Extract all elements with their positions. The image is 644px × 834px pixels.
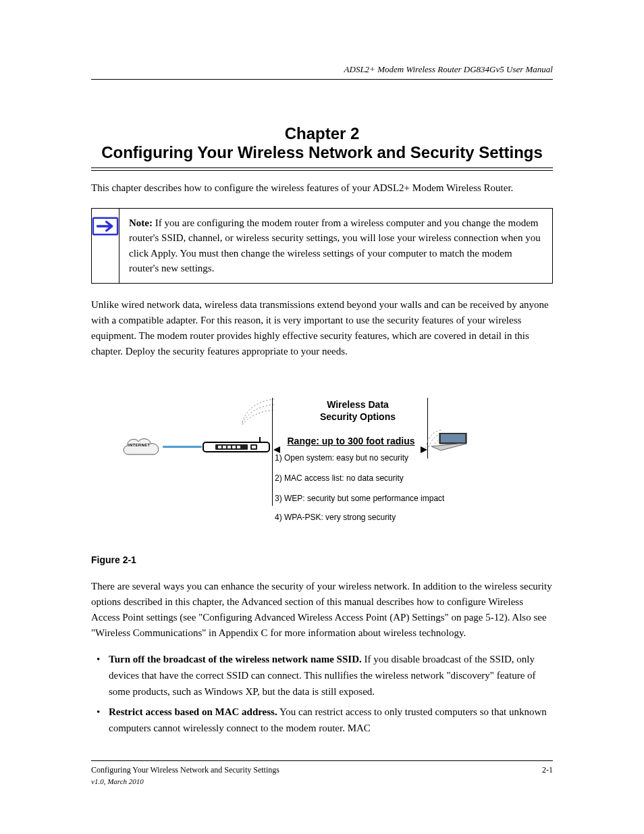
para2-text-c: for more information about wireless tech…: [268, 627, 466, 638]
svg-rect-9: [237, 446, 240, 448]
paragraph-1: Unlike wired network data, wireless data…: [91, 297, 553, 360]
bullet-1: Turn off the broadcast of the wireless n…: [95, 651, 553, 700]
figure-option-1: 1) Open system: easy but no security: [275, 453, 408, 463]
figure-option-4: 4) WPA-PSK: very strong security: [275, 513, 396, 522]
svg-rect-5: [218, 446, 221, 448]
internet-cloud-icon: [121, 436, 163, 460]
figure-2-1: INTERNET: [91, 380, 553, 549]
svg-rect-8: [232, 446, 236, 448]
note-text: Note: If you are configuring the modem r…: [119, 209, 552, 283]
footer-rule: [91, 760, 553, 761]
svg-rect-6: [223, 446, 226, 448]
chapter-title: Chapter 2 Configuring Your Wireless Netw…: [91, 124, 553, 162]
wireless-waves-icon: [238, 395, 279, 426]
laptop-icon: [431, 433, 468, 453]
router-icon: [202, 437, 271, 456]
para2-link-1[interactable]: "Configuring Advanced Wireless Access Po…: [198, 612, 504, 623]
header-right: ADSL2+ Modem Wireless Router DG834Gv5 Us…: [344, 64, 553, 75]
arrow-right-icon: [92, 217, 119, 236]
figure-title-line1: Wireless Data: [294, 399, 422, 410]
figure-title-line2: Security Options: [294, 411, 422, 422]
title-rule-1: [91, 167, 553, 168]
intro-paragraph: This chapter describes how to configure …: [91, 180, 553, 196]
para2-link-2[interactable]: "Wireless Communications" in Appendix C: [91, 627, 268, 638]
bullet-1-title: Turn off the broadcast of the wireless n…: [109, 654, 362, 664]
bullet-2-title: Restrict access based on MAC address.: [109, 706, 277, 717]
paragraph-2: There are several ways you can enhance t…: [91, 579, 553, 642]
note-icon-cell: [92, 209, 119, 283]
note-box: Note: If you are configuring the modem r…: [91, 208, 553, 284]
title-rule-2: [91, 170, 553, 171]
footer-left: Configuring Your Wireless Network and Se…: [91, 765, 279, 775]
figure-left-divider: [272, 398, 273, 506]
figure-range-label: Range: up to 300 foot radius: [280, 436, 422, 446]
header-rule: [91, 79, 553, 80]
bullet-list: Turn off the broadcast of the wireless n…: [91, 651, 553, 736]
figure-option-2: 2) MAC access list: no data security: [275, 473, 404, 483]
note-label: Note:: [129, 217, 153, 228]
footer-version: v1.0, March 2010: [91, 777, 553, 785]
figure-option-3: 3) WEP: security but some performance im…: [275, 494, 444, 503]
page-footer: Configuring Your Wireless Network and Se…: [91, 765, 553, 775]
para2-text-b: ). Also see: [504, 612, 547, 623]
arrow-left-icon: [273, 444, 280, 450]
footer-right: 2-1: [542, 765, 553, 775]
figure-caption: Figure 2-1: [91, 554, 553, 565]
note-body: If you are configuring the modem router …: [129, 217, 541, 274]
svg-rect-7: [227, 446, 231, 448]
bullet-2: Restrict access based on MAC address. Yo…: [95, 704, 553, 736]
cable-line: [163, 446, 202, 448]
page-header: ADSL2+ Modem Wireless Router DG834Gv5 Us…: [91, 64, 553, 79]
svg-rect-11: [252, 446, 256, 448]
internet-label: INTERNET: [128, 443, 150, 447]
